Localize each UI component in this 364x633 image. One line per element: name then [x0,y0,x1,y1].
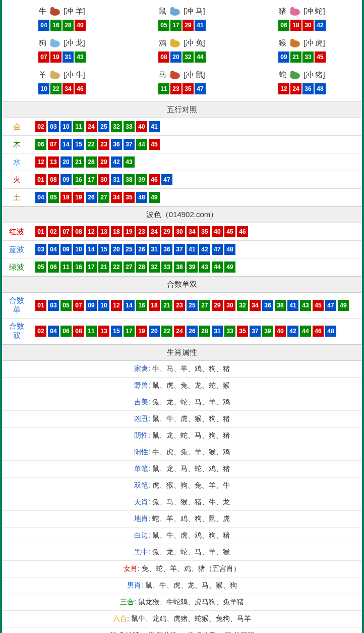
number-badge: 10 [38,83,49,94]
art-value: 羊猴猪 [233,631,255,633]
number-badge: 09 [86,300,97,311]
zodiac-cell: 羊[冲 牛]10223446 [2,67,122,98]
number-badge: 25 [124,244,135,255]
number-badge: 28 [199,326,210,337]
attr-row: 男肖: 鼠、牛、虎、龙、马、猴、狗 [2,577,362,594]
number-badge: 43 [199,261,210,273]
section-title-wuxing: 五行对照 [2,101,362,118]
attr-value: 兔、龙、蛇、马、羊、猴 [150,548,230,556]
number-badge: 23 [98,139,109,150]
number-badge: 11 [86,326,97,337]
number-badge: 19 [50,51,62,63]
number-badge: 49 [338,300,349,311]
number-badge: 11 [60,261,72,273]
attr-value: 鼠、牛、虎、猴、狗、猪 [150,414,230,423]
zodiac-cell: 狗[冲 龙]07193143 [2,35,122,67]
row-label: 金 [2,118,31,136]
attr-row: 女肖: 兔、蛇、羊、鸡、猪（五宫肖） [2,561,362,577]
number-badge: 43 [75,51,86,63]
number-badge: 20 [149,326,160,337]
number-badge: 14 [124,300,135,311]
svg-point-17 [290,71,294,75]
section-title-heshu: 合数单双 [2,276,362,293]
number-badge: 33 [224,326,235,337]
number-badge: 32 [183,51,194,63]
number-badge: 22 [161,326,172,337]
row-numbers: 0204060811131517192022242628313335373940… [31,319,362,344]
svg-point-7 [50,39,54,43]
number-badge: 07 [38,51,49,63]
number-badge: 09 [278,51,289,63]
zodiac-chong: [冲 牛] [64,70,85,80]
number-badge: 36 [111,139,122,150]
number-badge: 41 [195,20,206,31]
number-badge: 39 [136,174,147,185]
number-badge: 09 [60,174,72,185]
row-numbers: 1213202128294243 [31,153,362,171]
number-badge: 48 [315,83,326,94]
number-badge: 20 [111,244,122,255]
number-badge: 16 [73,174,84,185]
number-badge: 07 [73,300,84,311]
attr-value: 鼠、牛、虎、鸡、狗、猪 [150,531,230,539]
number-badge: 36 [262,300,273,311]
number-badge: 30 [98,174,109,185]
svg-point-15 [170,71,174,75]
row-numbers: 05061116172122272832333839434449 [31,258,362,276]
zodiac-cell: 鼠[冲 马]05172941 [122,3,242,35]
number-badge: 31 [212,326,223,337]
number-badge: 08 [73,326,84,337]
number-badge: 38 [174,261,185,273]
number-badge: 33 [124,121,135,132]
number-badge: 46 [237,226,248,237]
number-badge: 35 [124,192,135,203]
number-badge: 08 [73,226,84,237]
zodiac-chong: [冲 龙] [64,38,85,48]
zodiac-animal-icon [167,37,183,49]
number-badge: 25 [187,300,198,311]
number-badge: 01 [35,174,46,185]
attr-label: 地肖 [134,514,148,522]
number-badge: 37 [250,326,261,337]
number-badge: 12 [278,83,289,94]
number-badge: 47 [325,300,336,311]
number-badge: 30 [174,226,185,237]
zodiac-animal-icon [47,5,63,18]
attr-value: 鼠、龙、马、蛇、鸡、猪 [150,464,230,472]
number-badge: 49 [149,192,160,203]
number-badge: 45 [315,51,326,63]
number-badge: 17 [86,261,97,273]
number-badge: 45 [313,300,324,311]
attr-row: 阴性: 鼠、龙、蛇、马、狗、猪 [2,428,362,444]
number-badge: 24 [290,83,301,94]
number-badge: 44 [195,51,206,63]
number-badge: 10 [98,300,109,311]
number-badge: 32 [111,121,122,132]
number-badge: 24 [86,121,97,132]
attr-value: 鼠龙猴、牛蛇鸡、虎马狗、兔羊猪 [136,598,244,606]
number-badge: 37 [174,244,185,255]
attr-label: 家禽 [134,364,148,373]
number-badge: 31 [149,244,160,255]
attr-label: 男肖 [127,581,141,589]
number-badge: 13 [98,226,109,237]
art-label: 书 [186,631,193,633]
number-badge: 13 [48,156,59,168]
attr-row: 六合: 鼠牛、龙鸡、虎猪、蛇猴、兔狗、马羊 [2,611,362,627]
attr-value: 鼠、龙、蛇、马、狗、猪 [150,431,230,439]
attr-label: 阴性 [134,431,148,439]
row-label: 合数双 [2,319,31,344]
number-badge: 49 [224,261,235,273]
number-badge: 16 [136,300,147,311]
zodiac-name: 狗 [39,38,46,48]
row-numbers: 0102070812131819232429303435404546 [31,223,362,241]
number-badge: 33 [161,261,172,273]
number-badge: 27 [98,192,109,203]
attr-value: 兔、龙、蛇、马、羊、鸡 [150,398,230,406]
number-badge: 42 [199,244,210,255]
zodiac-name: 马 [159,70,166,80]
svg-point-1 [50,7,54,11]
number-badge: 28 [136,261,147,273]
number-badge: 26 [136,244,147,255]
attr-row: 黑中: 兔、龙、蛇、马、羊、猴 [2,544,362,561]
